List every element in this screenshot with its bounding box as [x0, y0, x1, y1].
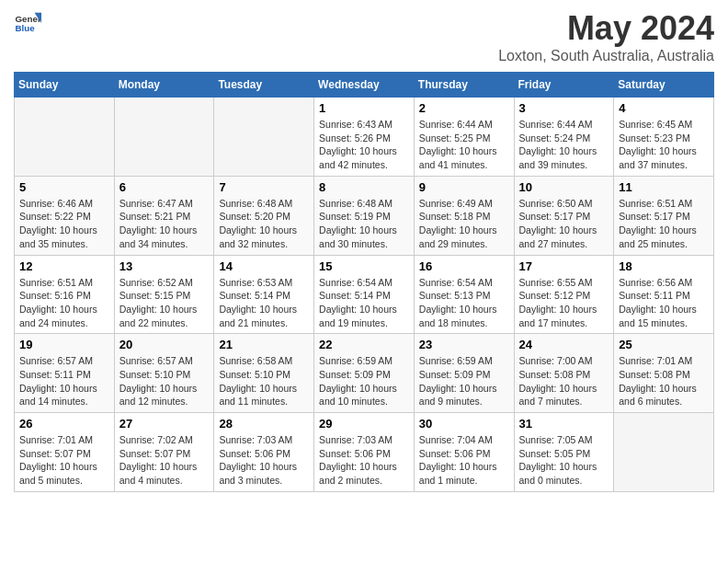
day-info: Sunrise: 6:57 AM Sunset: 5:11 PM Dayligh… — [19, 354, 109, 408]
week-row: 12Sunrise: 6:51 AM Sunset: 5:16 PM Dayli… — [15, 255, 714, 334]
calendar-cell: 2Sunrise: 6:44 AM Sunset: 5:25 PM Daylig… — [414, 98, 514, 177]
day-number: 28 — [219, 417, 309, 431]
day-info: Sunrise: 6:50 AM Sunset: 5:17 PM Dayligh… — [519, 197, 609, 251]
day-number: 31 — [519, 417, 609, 431]
day-info: Sunrise: 6:59 AM Sunset: 5:09 PM Dayligh… — [419, 354, 509, 408]
calendar-cell: 6Sunrise: 6:47 AM Sunset: 5:21 PM Daylig… — [114, 176, 214, 255]
day-info: Sunrise: 7:04 AM Sunset: 5:06 PM Dayligh… — [419, 433, 509, 488]
calendar-cell: 9Sunrise: 6:49 AM Sunset: 5:18 PM Daylig… — [414, 176, 514, 255]
day-info: Sunrise: 6:58 AM Sunset: 5:10 PM Dayligh… — [219, 354, 309, 408]
week-row: 5Sunrise: 6:46 AM Sunset: 5:22 PM Daylig… — [15, 176, 714, 255]
week-row: 26Sunrise: 7:01 AM Sunset: 5:07 PM Dayli… — [15, 413, 714, 492]
day-info: Sunrise: 7:05 AM Sunset: 5:05 PM Dayligh… — [519, 433, 609, 488]
day-number: 12 — [19, 259, 109, 273]
day-info: Sunrise: 6:56 AM Sunset: 5:11 PM Dayligh… — [619, 276, 709, 330]
title-area: May 2024 Loxton, South Australia, Austra… — [498, 9, 714, 64]
calendar-cell: 16Sunrise: 6:54 AM Sunset: 5:13 PM Dayli… — [414, 255, 514, 334]
day-number: 11 — [619, 180, 709, 194]
weekday-header-row: SundayMondayTuesdayWednesdayThursdayFrid… — [15, 73, 714, 98]
day-info: Sunrise: 6:49 AM Sunset: 5:18 PM Dayligh… — [419, 197, 509, 251]
day-info: Sunrise: 6:47 AM Sunset: 5:21 PM Dayligh… — [119, 197, 210, 251]
page-subtitle: Loxton, South Australia, Australia — [498, 48, 714, 64]
day-number: 10 — [519, 180, 609, 194]
svg-text:Blue: Blue — [16, 23, 36, 33]
day-number: 30 — [419, 417, 509, 431]
day-number: 8 — [319, 180, 409, 194]
calendar-cell — [214, 98, 314, 177]
calendar-cell: 26Sunrise: 7:01 AM Sunset: 5:07 PM Dayli… — [15, 413, 115, 492]
day-info: Sunrise: 6:54 AM Sunset: 5:13 PM Dayligh… — [419, 276, 509, 330]
day-info: Sunrise: 6:54 AM Sunset: 5:14 PM Dayligh… — [319, 276, 409, 330]
day-info: Sunrise: 6:55 AM Sunset: 5:12 PM Dayligh… — [519, 276, 609, 330]
weekday-header: Thursday — [414, 73, 514, 98]
day-number: 2 — [419, 101, 509, 115]
weekday-header: Wednesday — [314, 73, 415, 98]
day-number: 18 — [619, 259, 709, 273]
calendar-cell: 5Sunrise: 6:46 AM Sunset: 5:22 PM Daylig… — [15, 176, 115, 255]
calendar-cell: 20Sunrise: 6:57 AM Sunset: 5:10 PM Dayli… — [114, 334, 214, 413]
day-number: 26 — [19, 417, 109, 431]
day-number: 19 — [19, 338, 109, 351]
header: General Blue May 2024 Loxton, South Aust… — [14, 9, 714, 64]
day-number: 23 — [419, 338, 509, 351]
calendar-cell: 21Sunrise: 6:58 AM Sunset: 5:10 PM Dayli… — [214, 334, 314, 413]
day-info: Sunrise: 7:01 AM Sunset: 5:08 PM Dayligh… — [619, 354, 709, 408]
calendar-table: SundayMondayTuesdayWednesdayThursdayFrid… — [14, 72, 714, 492]
calendar-cell: 1Sunrise: 6:43 AM Sunset: 5:26 PM Daylig… — [314, 98, 415, 177]
calendar-cell: 10Sunrise: 6:50 AM Sunset: 5:17 PM Dayli… — [514, 176, 614, 255]
day-number: 4 — [619, 101, 709, 115]
calendar-cell — [114, 98, 214, 177]
calendar-cell: 27Sunrise: 7:02 AM Sunset: 5:07 PM Dayli… — [114, 413, 214, 492]
day-info: Sunrise: 7:03 AM Sunset: 5:06 PM Dayligh… — [319, 433, 409, 488]
day-info: Sunrise: 6:43 AM Sunset: 5:26 PM Dayligh… — [319, 118, 409, 172]
calendar-cell: 29Sunrise: 7:03 AM Sunset: 5:06 PM Dayli… — [314, 413, 415, 492]
day-number: 20 — [119, 338, 210, 351]
calendar-cell: 8Sunrise: 6:48 AM Sunset: 5:19 PM Daylig… — [314, 176, 415, 255]
day-info: Sunrise: 7:03 AM Sunset: 5:06 PM Dayligh… — [219, 433, 309, 488]
day-number: 14 — [219, 259, 309, 273]
day-number: 16 — [419, 259, 509, 273]
day-number: 27 — [119, 417, 210, 431]
calendar-cell: 31Sunrise: 7:05 AM Sunset: 5:05 PM Dayli… — [514, 413, 614, 492]
calendar-cell: 24Sunrise: 7:00 AM Sunset: 5:08 PM Dayli… — [514, 334, 614, 413]
weekday-header: Friday — [514, 73, 614, 98]
day-number: 25 — [619, 338, 709, 351]
day-number: 9 — [419, 180, 509, 194]
day-info: Sunrise: 6:44 AM Sunset: 5:24 PM Dayligh… — [519, 118, 609, 172]
calendar-cell: 3Sunrise: 6:44 AM Sunset: 5:24 PM Daylig… — [514, 98, 614, 177]
day-info: Sunrise: 7:00 AM Sunset: 5:08 PM Dayligh… — [519, 354, 609, 408]
calendar-cell: 30Sunrise: 7:04 AM Sunset: 5:06 PM Dayli… — [414, 413, 514, 492]
weekday-header: Saturday — [614, 73, 714, 98]
weekday-header: Tuesday — [214, 73, 314, 98]
calendar-cell: 23Sunrise: 6:59 AM Sunset: 5:09 PM Dayli… — [414, 334, 514, 413]
calendar-cell: 7Sunrise: 6:48 AM Sunset: 5:20 PM Daylig… — [214, 176, 314, 255]
day-number: 5 — [19, 180, 109, 194]
day-number: 29 — [319, 417, 409, 431]
day-number: 1 — [319, 101, 409, 115]
logo: General Blue — [14, 9, 41, 37]
day-number: 7 — [219, 180, 309, 194]
day-number: 3 — [519, 101, 609, 115]
day-number: 15 — [319, 259, 409, 273]
calendar-cell: 11Sunrise: 6:51 AM Sunset: 5:17 PM Dayli… — [614, 176, 714, 255]
week-row: 19Sunrise: 6:57 AM Sunset: 5:11 PM Dayli… — [15, 334, 714, 413]
day-number: 22 — [319, 338, 409, 351]
day-info: Sunrise: 6:57 AM Sunset: 5:10 PM Dayligh… — [119, 354, 210, 408]
day-info: Sunrise: 6:46 AM Sunset: 5:22 PM Dayligh… — [19, 197, 109, 251]
page-title: May 2024 — [498, 9, 714, 48]
calendar-cell — [15, 98, 115, 177]
day-number: 24 — [519, 338, 609, 351]
day-number: 21 — [219, 338, 309, 351]
day-info: Sunrise: 6:45 AM Sunset: 5:23 PM Dayligh… — [619, 118, 709, 172]
weekday-header: Sunday — [15, 73, 115, 98]
calendar-cell: 17Sunrise: 6:55 AM Sunset: 5:12 PM Dayli… — [514, 255, 614, 334]
day-info: Sunrise: 6:51 AM Sunset: 5:16 PM Dayligh… — [19, 276, 109, 330]
generalblue-logo-icon: General Blue — [14, 9, 41, 37]
weekday-header: Monday — [114, 73, 214, 98]
day-info: Sunrise: 7:01 AM Sunset: 5:07 PM Dayligh… — [19, 433, 109, 488]
calendar-cell: 4Sunrise: 6:45 AM Sunset: 5:23 PM Daylig… — [614, 98, 714, 177]
day-info: Sunrise: 6:48 AM Sunset: 5:20 PM Dayligh… — [219, 197, 309, 251]
day-info: Sunrise: 6:59 AM Sunset: 5:09 PM Dayligh… — [319, 354, 409, 408]
calendar-cell: 15Sunrise: 6:54 AM Sunset: 5:14 PM Dayli… — [314, 255, 415, 334]
calendar-cell: 22Sunrise: 6:59 AM Sunset: 5:09 PM Dayli… — [314, 334, 415, 413]
